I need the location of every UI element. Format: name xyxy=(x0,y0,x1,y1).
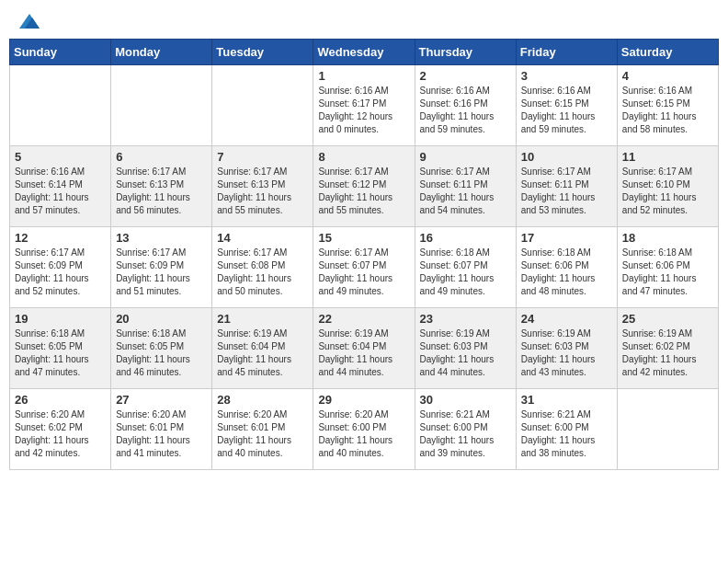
day-header-saturday: Saturday xyxy=(617,40,718,65)
calendar-cell xyxy=(212,65,313,146)
day-info: Sunrise: 6:18 AM Sunset: 6:07 PM Dayligh… xyxy=(420,247,511,298)
day-number: 7 xyxy=(217,150,308,164)
day-info: Sunrise: 6:20 AM Sunset: 6:01 PM Dayligh… xyxy=(116,408,207,460)
day-number: 2 xyxy=(420,69,511,83)
calendar-cell: 13Sunrise: 6:17 AM Sunset: 6:09 PM Dayli… xyxy=(111,227,212,308)
day-number: 5 xyxy=(15,150,106,164)
calendar-cell: 12Sunrise: 6:17 AM Sunset: 6:09 PM Dayli… xyxy=(10,227,111,308)
day-info: Sunrise: 6:17 AM Sunset: 6:09 PM Dayligh… xyxy=(15,247,106,298)
day-number: 22 xyxy=(318,312,409,326)
day-number: 29 xyxy=(318,393,409,407)
logo xyxy=(18,14,40,25)
week-row-2: 12Sunrise: 6:17 AM Sunset: 6:09 PM Dayli… xyxy=(10,227,719,308)
day-number: 17 xyxy=(521,231,612,245)
day-number: 13 xyxy=(116,231,207,245)
day-info: Sunrise: 6:17 AM Sunset: 6:13 PM Dayligh… xyxy=(217,166,308,217)
calendar-cell: 2Sunrise: 6:16 AM Sunset: 6:16 PM Daylig… xyxy=(415,65,516,146)
day-number: 23 xyxy=(420,312,511,326)
calendar-cell: 4Sunrise: 6:16 AM Sunset: 6:15 PM Daylig… xyxy=(617,65,718,146)
day-number: 19 xyxy=(15,312,106,326)
day-header-monday: Monday xyxy=(111,40,212,65)
day-info: Sunrise: 6:21 AM Sunset: 6:00 PM Dayligh… xyxy=(521,408,612,460)
calendar-cell: 18Sunrise: 6:18 AM Sunset: 6:06 PM Dayli… xyxy=(617,227,718,308)
day-info: Sunrise: 6:19 AM Sunset: 6:04 PM Dayligh… xyxy=(318,327,409,379)
day-number: 20 xyxy=(116,312,207,326)
week-row-4: 26Sunrise: 6:20 AM Sunset: 6:02 PM Dayli… xyxy=(10,389,719,470)
logo-icon xyxy=(19,14,40,29)
day-header-thursday: Thursday xyxy=(415,40,516,65)
day-info: Sunrise: 6:17 AM Sunset: 6:10 PM Dayligh… xyxy=(622,166,713,217)
day-number: 27 xyxy=(116,393,207,407)
day-header-friday: Friday xyxy=(516,40,617,65)
day-number: 4 xyxy=(622,69,713,83)
day-number: 3 xyxy=(521,69,612,83)
calendar-table: SundayMondayTuesdayWednesdayThursdayFrid… xyxy=(9,39,719,470)
day-number: 12 xyxy=(15,231,106,245)
day-info: Sunrise: 6:17 AM Sunset: 6:09 PM Dayligh… xyxy=(116,247,207,298)
calendar-cell: 10Sunrise: 6:17 AM Sunset: 6:11 PM Dayli… xyxy=(516,146,617,227)
day-info: Sunrise: 6:17 AM Sunset: 6:11 PM Dayligh… xyxy=(521,166,612,217)
day-number: 28 xyxy=(217,393,308,407)
calendar-cell: 19Sunrise: 6:18 AM Sunset: 6:05 PM Dayli… xyxy=(10,308,111,389)
day-number: 21 xyxy=(217,312,308,326)
calendar-cell: 26Sunrise: 6:20 AM Sunset: 6:02 PM Dayli… xyxy=(10,389,111,470)
calendar-cell xyxy=(617,389,718,470)
week-row-0: 1Sunrise: 6:16 AM Sunset: 6:17 PM Daylig… xyxy=(10,65,719,146)
day-number: 15 xyxy=(318,231,409,245)
calendar-header: SundayMondayTuesdayWednesdayThursdayFrid… xyxy=(10,40,719,65)
day-number: 10 xyxy=(521,150,612,164)
day-number: 30 xyxy=(420,393,511,407)
day-number: 8 xyxy=(318,150,409,164)
calendar-cell: 29Sunrise: 6:20 AM Sunset: 6:00 PM Dayli… xyxy=(313,389,415,470)
day-number: 31 xyxy=(521,393,612,407)
day-info: Sunrise: 6:17 AM Sunset: 6:08 PM Dayligh… xyxy=(217,247,308,298)
calendar-cell: 17Sunrise: 6:18 AM Sunset: 6:06 PM Dayli… xyxy=(516,227,617,308)
day-info: Sunrise: 6:18 AM Sunset: 6:05 PM Dayligh… xyxy=(116,327,207,379)
day-info: Sunrise: 6:21 AM Sunset: 6:00 PM Dayligh… xyxy=(420,408,511,460)
day-number: 9 xyxy=(420,150,511,164)
day-number: 11 xyxy=(622,150,713,164)
calendar-cell: 9Sunrise: 6:17 AM Sunset: 6:11 PM Daylig… xyxy=(415,146,516,227)
calendar-cell xyxy=(10,65,111,146)
calendar-cell: 22Sunrise: 6:19 AM Sunset: 6:04 PM Dayli… xyxy=(313,308,415,389)
calendar-cell: 6Sunrise: 6:17 AM Sunset: 6:13 PM Daylig… xyxy=(111,146,212,227)
calendar-cell: 15Sunrise: 6:17 AM Sunset: 6:07 PM Dayli… xyxy=(313,227,415,308)
calendar-cell xyxy=(111,65,212,146)
day-info: Sunrise: 6:17 AM Sunset: 6:13 PM Dayligh… xyxy=(116,166,207,217)
day-info: Sunrise: 6:19 AM Sunset: 6:04 PM Dayligh… xyxy=(217,327,308,379)
day-number: 24 xyxy=(521,312,612,326)
calendar-cell: 8Sunrise: 6:17 AM Sunset: 6:12 PM Daylig… xyxy=(313,146,415,227)
calendar-cell: 23Sunrise: 6:19 AM Sunset: 6:03 PM Dayli… xyxy=(415,308,516,389)
day-info: Sunrise: 6:18 AM Sunset: 6:06 PM Dayligh… xyxy=(622,247,713,298)
day-number: 18 xyxy=(622,231,713,245)
day-header-sunday: Sunday xyxy=(10,40,111,65)
calendar-cell: 21Sunrise: 6:19 AM Sunset: 6:04 PM Dayli… xyxy=(212,308,313,389)
day-info: Sunrise: 6:20 AM Sunset: 6:02 PM Dayligh… xyxy=(15,408,106,460)
day-info: Sunrise: 6:19 AM Sunset: 6:03 PM Dayligh… xyxy=(420,327,511,379)
calendar-cell: 20Sunrise: 6:18 AM Sunset: 6:05 PM Dayli… xyxy=(111,308,212,389)
day-info: Sunrise: 6:18 AM Sunset: 6:05 PM Dayligh… xyxy=(15,327,106,379)
day-info: Sunrise: 6:17 AM Sunset: 6:07 PM Dayligh… xyxy=(318,247,409,298)
calendar-cell: 3Sunrise: 6:16 AM Sunset: 6:15 PM Daylig… xyxy=(516,65,617,146)
week-row-3: 19Sunrise: 6:18 AM Sunset: 6:05 PM Dayli… xyxy=(10,308,719,389)
day-number: 26 xyxy=(15,393,106,407)
day-number: 6 xyxy=(116,150,207,164)
day-header-wednesday: Wednesday xyxy=(313,40,415,65)
day-info: Sunrise: 6:16 AM Sunset: 6:16 PM Dayligh… xyxy=(420,85,511,136)
calendar-cell: 27Sunrise: 6:20 AM Sunset: 6:01 PM Dayli… xyxy=(111,389,212,470)
day-info: Sunrise: 6:17 AM Sunset: 6:12 PM Dayligh… xyxy=(318,166,409,217)
calendar-body: 1Sunrise: 6:16 AM Sunset: 6:17 PM Daylig… xyxy=(10,65,719,470)
calendar-cell: 28Sunrise: 6:20 AM Sunset: 6:01 PM Dayli… xyxy=(212,389,313,470)
day-number: 1 xyxy=(318,69,409,83)
calendar-cell: 16Sunrise: 6:18 AM Sunset: 6:07 PM Dayli… xyxy=(415,227,516,308)
day-info: Sunrise: 6:19 AM Sunset: 6:03 PM Dayligh… xyxy=(521,327,612,379)
day-info: Sunrise: 6:16 AM Sunset: 6:15 PM Dayligh… xyxy=(622,85,713,136)
day-info: Sunrise: 6:20 AM Sunset: 6:00 PM Dayligh… xyxy=(318,408,409,460)
calendar-cell: 30Sunrise: 6:21 AM Sunset: 6:00 PM Dayli… xyxy=(415,389,516,470)
day-number: 16 xyxy=(420,231,511,245)
day-info: Sunrise: 6:16 AM Sunset: 6:14 PM Dayligh… xyxy=(15,166,106,217)
day-info: Sunrise: 6:20 AM Sunset: 6:01 PM Dayligh… xyxy=(217,408,308,460)
calendar-cell: 24Sunrise: 6:19 AM Sunset: 6:03 PM Dayli… xyxy=(516,308,617,389)
day-number: 25 xyxy=(622,312,713,326)
day-info: Sunrise: 6:16 AM Sunset: 6:17 PM Dayligh… xyxy=(318,85,409,136)
